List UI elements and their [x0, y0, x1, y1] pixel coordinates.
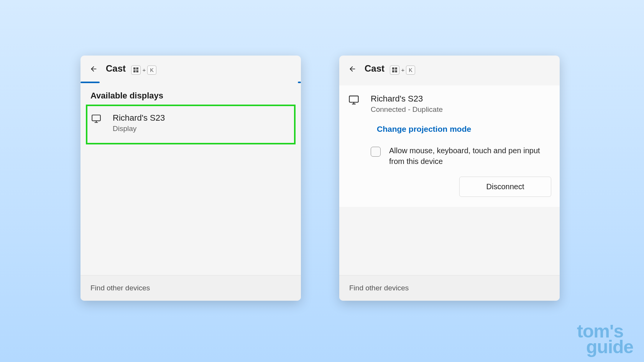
svg-rect-5 — [392, 67, 394, 70]
monitor-icon — [348, 95, 358, 105]
plus-separator: + — [142, 67, 146, 73]
allow-input-label: Allow mouse, keyboard, touch and pen inp… — [389, 145, 544, 167]
available-displays-heading: Available displays — [80, 83, 301, 105]
watermark-line2: guide — [577, 339, 633, 355]
key-k: K — [147, 66, 156, 75]
panel-footer: Find other devices — [80, 275, 301, 301]
back-arrow-icon[interactable] — [348, 65, 356, 73]
available-display-item[interactable]: Richard's S23 Display — [86, 105, 296, 144]
change-projection-mode-link[interactable]: Change projection mode — [377, 124, 552, 134]
svg-rect-7 — [392, 70, 394, 73]
disconnect-button[interactable]: Disconnect — [459, 177, 551, 197]
svg-rect-3 — [136, 70, 139, 73]
panel-title-group: Cast + K — [365, 63, 415, 75]
monitor-icon — [91, 114, 101, 124]
find-other-devices-link[interactable]: Find other devices — [349, 284, 409, 292]
cast-panel-connected: Cast + K — [339, 56, 560, 301]
svg-rect-8 — [395, 70, 398, 73]
device-text: Richard's S23 Display — [113, 113, 165, 133]
allow-input-row: Allow mouse, keyboard, touch and pen inp… — [371, 145, 552, 167]
plus-separator: + — [401, 67, 404, 73]
windows-key-icon — [390, 66, 399, 75]
find-other-devices-link[interactable]: Find other devices — [90, 284, 150, 292]
panel-title-group: Cast + K — [106, 63, 156, 75]
cast-panel-available: Cast + K Available displays — [80, 56, 301, 301]
key-k: K — [406, 66, 415, 75]
progress-indicator — [80, 82, 301, 83]
watermark-logo: tom's guide — [577, 324, 633, 355]
windows-key-icon — [131, 66, 141, 75]
keyboard-shortcut: + K — [131, 66, 156, 75]
device-text: Richard's S23 Connected - Duplicate — [371, 94, 443, 114]
device-type: Display — [113, 124, 165, 133]
panel-title: Cast — [365, 63, 384, 74]
svg-rect-9 — [349, 96, 358, 102]
svg-rect-6 — [395, 67, 398, 70]
panel-title: Cast — [106, 63, 126, 74]
panel-header: Cast + K — [80, 56, 301, 82]
keyboard-shortcut: + K — [390, 66, 415, 75]
svg-rect-2 — [133, 70, 136, 73]
back-arrow-icon[interactable] — [89, 65, 97, 73]
svg-rect-1 — [136, 67, 139, 70]
connected-device-card: Richard's S23 Connected - Duplicate Chan… — [339, 85, 560, 207]
allow-input-checkbox[interactable] — [371, 147, 381, 157]
device-name: Richard's S23 — [371, 94, 443, 104]
panel-header: Cast + K — [339, 56, 560, 82]
svg-rect-4 — [92, 115, 100, 121]
device-name: Richard's S23 — [113, 113, 165, 123]
svg-rect-0 — [133, 67, 136, 70]
connected-device-header: Richard's S23 Connected - Duplicate — [347, 94, 552, 114]
device-status: Connected - Duplicate — [371, 105, 443, 114]
panel-footer: Find other devices — [339, 275, 560, 301]
